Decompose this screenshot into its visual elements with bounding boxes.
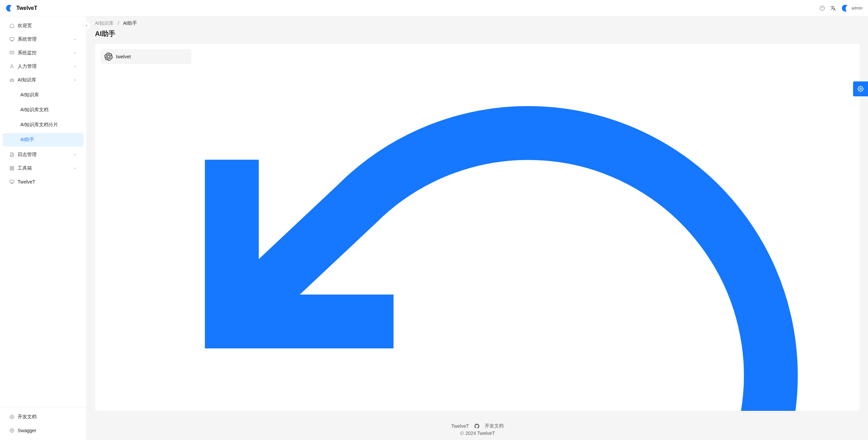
svg-rect-15 (10, 169, 12, 170)
svg-point-0 (820, 6, 825, 10)
svg-rect-14 (12, 167, 14, 168)
chevron-down-icon (73, 51, 77, 55)
sidebar-subitem-label: AI知识库 (20, 92, 39, 98)
main-content: AI知识库 / AI助手 AI助手 twelvet (87, 16, 868, 440)
sidebar-item-label: 开发文档 (18, 414, 37, 420)
svg-rect-5 (10, 51, 14, 54)
sidebar-subitem-ai-kb-doc-chunk[interactable]: AI知识库文档分片 (3, 118, 84, 132)
svg-point-20 (10, 415, 14, 419)
sidebar-item-hr-mgmt[interactable]: 人力管理 (0, 60, 86, 73)
sidebar-subitem-label: AI知识库文档 (20, 107, 49, 113)
logo-icon (5, 4, 14, 12)
sidebar-item-label: 系统管理 (18, 36, 37, 42)
header-brand[interactable]: TwelveT (5, 4, 37, 12)
sidebar-item-label: 日志管理 (18, 152, 37, 158)
sidebar-collapse-button[interactable] (82, 22, 91, 30)
footer-link-twelvet[interactable]: TwelveT (451, 423, 469, 429)
app-header: TwelveT admin (0, 0, 868, 16)
fund-icon (9, 51, 14, 55)
chat-session-list: twelvet (95, 44, 197, 411)
sidebar-item-log-mgmt[interactable]: 日志管理 (0, 148, 86, 161)
footer-copyright: 2024 TwelveT (465, 431, 495, 436)
sidebar-item-system-monitor[interactable]: 系统监控 (0, 46, 86, 60)
sidebar-item-label: TwelveT (18, 179, 35, 185)
chevron-down-icon (73, 64, 77, 69)
file-icon (9, 152, 14, 157)
history-icon[interactable] (205, 52, 852, 411)
svg-point-21 (11, 416, 13, 418)
page-title: AI助手 (87, 26, 868, 44)
desktop-icon (9, 179, 14, 184)
appstore-icon (9, 166, 14, 171)
footer-link-github[interactable] (475, 423, 479, 429)
sidebar-item-label: 人力管理 (18, 63, 37, 70)
breadcrumb: AI知识库 / AI助手 (87, 16, 868, 26)
gear-icon (857, 86, 864, 92)
sidebar-item-label: Swagger (18, 428, 36, 433)
chat-main: 2024-12-17 11:24:45 你好 (197, 44, 860, 411)
chevron-down-icon (73, 37, 77, 41)
sidebar-item-welcome[interactable]: 欢迎页 (0, 19, 86, 33)
sidebar-item-label: 系统监控 (18, 50, 37, 56)
settings-button[interactable] (853, 81, 868, 96)
home-icon (9, 23, 14, 28)
app-title: TwelveT (16, 5, 37, 11)
chevron-up-icon (73, 78, 77, 82)
sidebar-item-label: 欢迎页 (18, 23, 32, 29)
sidebar-item-ai-kb[interactable]: AI知识库 (0, 73, 86, 87)
breadcrumb-separator: / (118, 20, 119, 26)
translate-icon[interactable] (830, 5, 836, 11)
sidebar-item-toolbox[interactable]: 工具箱 (0, 161, 86, 175)
sidebar-item-label: AI知识库 (18, 77, 36, 83)
svg-rect-17 (10, 180, 14, 183)
sidebar-subitem-ai-kb-doc[interactable]: AI知识库文档 (3, 103, 84, 117)
svg-rect-7 (10, 79, 14, 82)
sidebar-item-label: 工具箱 (18, 165, 32, 171)
svg-point-28 (460, 432, 464, 435)
help-icon[interactable] (819, 5, 825, 11)
sidebar-bottom-swagger[interactable]: Swagger (0, 424, 86, 437)
user-name: admin (851, 6, 863, 11)
user-icon (9, 64, 14, 69)
svg-rect-16 (12, 169, 14, 170)
chevron-down-icon (73, 153, 77, 157)
book-icon (9, 415, 14, 419)
api-icon (9, 428, 14, 433)
svg-point-29 (860, 88, 862, 90)
sidebar-item-system-mgmt[interactable]: 系统管理 (0, 33, 86, 46)
svg-point-6 (11, 65, 13, 66)
breadcrumb-parent[interactable]: AI知识库 (95, 20, 114, 26)
svg-point-23 (11, 430, 13, 432)
footer-link-docs[interactable]: 开发文档 (485, 423, 504, 429)
sidebar-subitem-label: AI知识库文档分片 (20, 122, 58, 128)
copyright-icon (460, 431, 464, 435)
user-avatar-icon (841, 4, 849, 12)
svg-rect-2 (10, 38, 14, 40)
desktop-icon (9, 37, 14, 42)
breadcrumb-current: AI助手 (123, 20, 137, 26)
chevron-down-icon (73, 166, 77, 170)
user-menu[interactable]: admin (841, 4, 863, 12)
robot-icon (9, 78, 14, 82)
sidebar-bottom-docs[interactable]: 开发文档 (0, 410, 86, 424)
svg-point-9 (13, 80, 13, 81)
sidebar-item-twelvet[interactable]: TwelveT (0, 175, 86, 189)
svg-point-8 (11, 80, 11, 81)
openai-icon (104, 53, 113, 61)
chat-session-name: twelvet (116, 54, 131, 59)
sidebar-subitem-ai-kb[interactable]: AI知识库 (3, 88, 84, 102)
sidebar-subitem-label: AI助手 (20, 137, 34, 143)
footer: TwelveT 开发文档 2024 TwelveT (87, 419, 868, 440)
sidebar: 欢迎页 系统管理 系统监控 (0, 16, 87, 440)
svg-point-22 (10, 428, 14, 433)
svg-rect-13 (10, 167, 12, 168)
sidebar-subitem-ai-assistant[interactable]: AI助手 (3, 133, 84, 147)
chat-session-item[interactable]: twelvet (100, 49, 191, 64)
